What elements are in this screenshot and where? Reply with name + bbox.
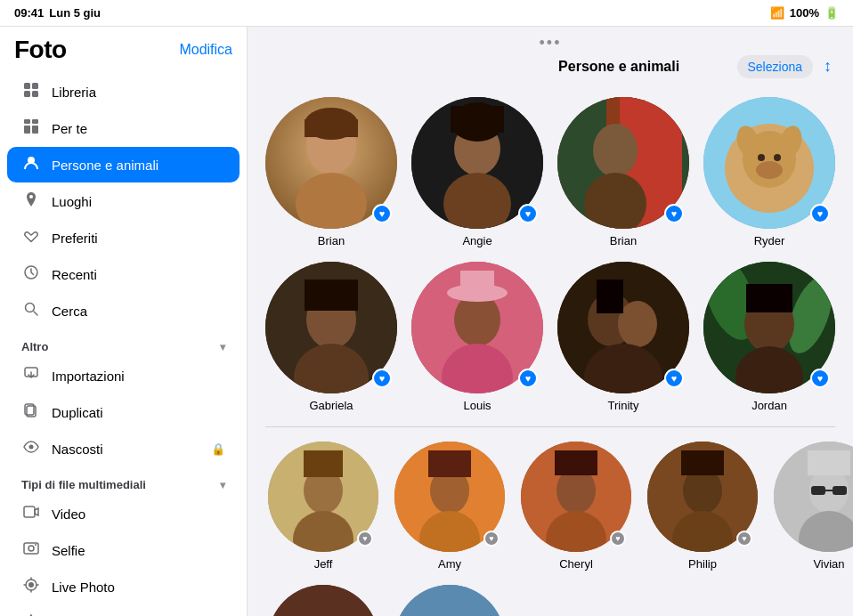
duplicati-label: Duplicati [52, 405, 225, 420]
avatar-badge-jeff: ♥ [357, 531, 373, 547]
tipi-chevron: ▾ [220, 479, 225, 491]
sidebar-item-cerca[interactable]: Cerca [7, 293, 240, 328]
sidebar-item-per-te[interactable]: Per te [7, 110, 240, 146]
svg-rect-4 [24, 119, 30, 124]
sidebar-item-luoghi[interactable]: Luoghi [7, 183, 240, 219]
svg-rect-92 [394, 585, 505, 616]
person-name-jeff: Jeff [314, 557, 333, 571]
sidebar-item-video[interactable]: Video [7, 496, 240, 531]
select-button[interactable]: Seleziona [737, 55, 814, 78]
svg-point-15 [29, 445, 34, 450]
avatar-angie: ♥ [411, 97, 543, 229]
avatar-badge-amy: ♥ [483, 531, 500, 547]
svg-point-47 [774, 154, 781, 161]
sidebar-item-persone-animali[interactable]: Persone e animali [7, 147, 240, 182]
person-card-jeff[interactable]: ♥ Jeff [265, 442, 381, 571]
person-card-cheryl[interactable]: ♥ Cheryl [518, 442, 634, 571]
person-name-jordan: Jordan [751, 399, 787, 412]
sidebar-item-ritratti[interactable]: Ritratti [7, 605, 240, 616]
svg-rect-7 [32, 126, 38, 134]
avatar-brian2: ♥ [557, 97, 689, 229]
main-content: ••• Persone e animali Seleziona ↕ [248, 27, 853, 616]
svg-rect-88 [833, 486, 847, 495]
svg-rect-16 [24, 507, 35, 517]
person-name-cheryl: Cheryl [559, 557, 593, 571]
sidebar-item-recenti[interactable]: Recenti [7, 256, 240, 292]
person-card-amy[interactable]: ♥ Amy [392, 442, 508, 571]
altro-label: Altro [21, 340, 48, 353]
wifi-icon: 📶 [770, 6, 784, 20]
sidebar-item-libreria[interactable]: Libreria [7, 74, 240, 109]
avatar-ryder: ♥ [703, 97, 835, 229]
per-te-label: Per te [52, 121, 225, 136]
sidebar-header: Foto Modifica [0, 27, 247, 69]
person-name-philip: Philip [688, 557, 717, 571]
svg-rect-5 [32, 119, 38, 124]
sidebar-item-selfie[interactable]: Selfie [7, 532, 240, 568]
sidebar-item-preferiti[interactable]: Preferiti [7, 220, 240, 255]
person-card-jordan[interactable]: ♥ Jordan [703, 262, 835, 412]
svg-point-9 [29, 195, 33, 199]
person-name-gabriela: Gabriela [309, 399, 353, 412]
selfie-label: Selfie [52, 543, 225, 558]
person-card-vivian[interactable]: ♥ Vivian [771, 442, 853, 571]
tipi-section-header[interactable]: Tipi di file multimediali ▾ [0, 467, 247, 495]
person-card-gabriela[interactable]: ♥ Gabriela [265, 262, 397, 412]
svg-rect-87 [811, 486, 825, 495]
person-card-louis[interactable]: ♥ Louis [411, 262, 543, 412]
battery-label: 100% [790, 6, 819, 20]
avatar-badge-trinity: ♥ [664, 369, 684, 388]
preferiti-label: Preferiti [52, 231, 225, 246]
sidebar-item-duplicati[interactable]: Duplicati [7, 394, 240, 430]
sort-button[interactable]: ↕ [820, 53, 835, 79]
svg-rect-71 [304, 450, 343, 477]
svg-rect-51 [305, 280, 358, 311]
avatar-amy: ♥ [394, 442, 505, 552]
person-card-brian1[interactable]: ♥ Brian [265, 97, 397, 247]
avatar-circle-partial2 [394, 585, 505, 616]
section-divider [265, 426, 835, 427]
more-options-dots[interactable]: ••• [540, 34, 562, 53]
avatar-circle-vivian [774, 442, 853, 552]
person-name-brian2: Brian [610, 234, 637, 247]
altro-section-header[interactable]: Altro ▾ [0, 329, 247, 357]
svg-point-18 [28, 546, 34, 551]
person-card-partial1[interactable] [265, 585, 381, 616]
modify-button[interactable]: Modifica [179, 42, 232, 58]
svg-rect-91 [268, 585, 378, 616]
main-header: ••• Persone e animali Seleziona ↕ [248, 27, 853, 88]
avatar-jeff: ♥ [268, 442, 378, 552]
sidebar: Foto Modifica Libreria [0, 27, 248, 616]
heart-icon-brian2: ♥ [671, 208, 678, 219]
status-right: 📶 100% 🔋 [770, 6, 839, 20]
sidebar-item-live-photo[interactable]: Live Photo [7, 569, 240, 604]
sidebar-nav: Libreria Per te [0, 69, 247, 616]
person-name-louis: Louis [463, 399, 491, 412]
selfie-icon [21, 540, 41, 560]
person-card-philip[interactable]: ♥ Philip [645, 442, 760, 571]
sidebar-item-nascosti[interactable]: Nascosti 🔒 [7, 431, 240, 466]
svg-rect-90 [808, 450, 850, 475]
nascosti-icon [21, 439, 41, 458]
heart-icon-ryder: ♥ [817, 208, 824, 219]
svg-point-38 [593, 124, 638, 177]
person-name-brian1: Brian [318, 234, 345, 247]
person-card-brian2[interactable]: ♥ Brian [557, 97, 689, 247]
lock-icon: 🔒 [211, 442, 225, 456]
battery-icon: 🔋 [825, 6, 839, 20]
recenti-icon [21, 264, 41, 284]
svg-rect-3 [32, 91, 38, 97]
avatar-badge-philip: ♥ [736, 531, 752, 547]
avatar-badge-louis: ♥ [518, 369, 538, 388]
person-card-partial2[interactable] [392, 585, 508, 616]
person-name-trinity: Trinity [608, 399, 639, 412]
person-card-angie[interactable]: ♥ Angie [411, 97, 543, 247]
preferiti-icon [21, 228, 41, 247]
svg-rect-79 [555, 450, 597, 475]
sidebar-item-importazioni[interactable]: Importazioni [7, 358, 240, 393]
person-card-ryder[interactable]: ♥ Ryder [703, 97, 835, 247]
avatar-cheryl: ♥ [521, 442, 631, 552]
heart-icon-trinity: ♥ [671, 373, 678, 384]
person-card-trinity[interactable]: ♥ Trinity [557, 262, 689, 412]
person-name-angie: Angie [462, 234, 491, 247]
